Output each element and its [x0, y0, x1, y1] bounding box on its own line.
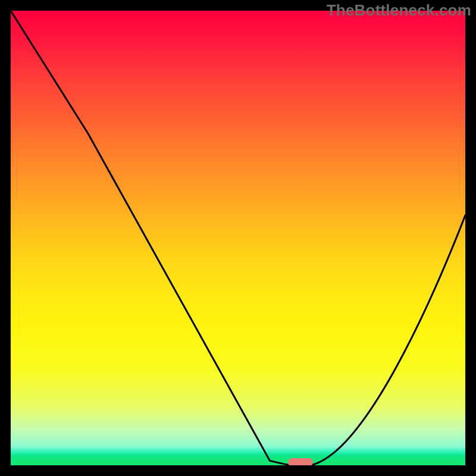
optimal-marker [288, 458, 313, 465]
chart-canvas: TheBottleneck.com [0, 0, 476, 476]
plot-area [11, 11, 465, 465]
watermark-text: TheBottleneck.com [327, 1, 471, 20]
gradient-background [11, 11, 465, 465]
